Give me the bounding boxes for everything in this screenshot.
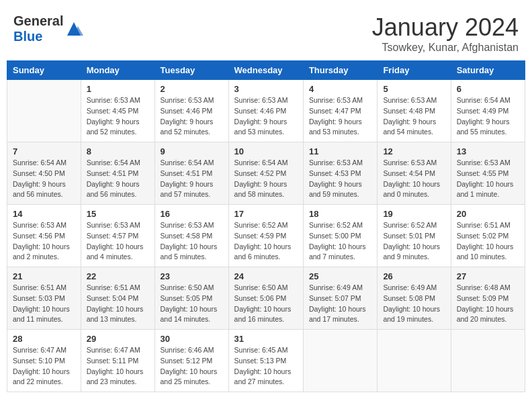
weekday-header-sunday: Sunday xyxy=(7,61,81,80)
calendar-cell: 25Sunrise: 6:49 AM Sunset: 5:07 PM Dayli… xyxy=(303,267,377,330)
day-number: 20 xyxy=(457,209,519,219)
day-info: Sunrise: 6:49 AM Sunset: 5:08 PM Dayligh… xyxy=(383,283,445,325)
day-info: Sunrise: 6:51 AM Sunset: 5:04 PM Dayligh… xyxy=(87,283,149,325)
calendar-cell: 21Sunrise: 6:51 AM Sunset: 5:03 PM Dayli… xyxy=(7,267,81,330)
day-number: 24 xyxy=(234,271,298,281)
logo-text: General Blue xyxy=(13,13,63,44)
day-number: 28 xyxy=(13,334,75,344)
day-number: 23 xyxy=(161,271,223,281)
calendar-cell: 19Sunrise: 6:52 AM Sunset: 5:01 PM Dayli… xyxy=(378,205,451,267)
calendar-cell: 14Sunrise: 6:53 AM Sunset: 4:56 PM Dayli… xyxy=(7,205,81,267)
calendar-cell: 20Sunrise: 6:51 AM Sunset: 5:02 PM Dayli… xyxy=(451,205,525,267)
calendar-cell: 9Sunrise: 6:54 AM Sunset: 4:51 PM Daylig… xyxy=(154,142,228,205)
page-header: General Blue January 2024 Tsowkey, Kunar… xyxy=(7,7,525,57)
day-number: 5 xyxy=(383,84,445,94)
day-number: 11 xyxy=(309,146,371,156)
calendar-cell: 11Sunrise: 6:53 AM Sunset: 4:53 PM Dayli… xyxy=(303,142,377,205)
weekday-header-monday: Monday xyxy=(81,61,154,80)
day-number: 13 xyxy=(457,146,519,156)
day-number: 8 xyxy=(87,146,149,156)
day-number: 2 xyxy=(161,84,223,94)
day-info: Sunrise: 6:50 AM Sunset: 5:05 PM Dayligh… xyxy=(161,283,223,325)
day-number: 22 xyxy=(87,271,149,281)
weekday-header-thursday: Thursday xyxy=(303,61,377,80)
calendar-cell: 5Sunrise: 6:53 AM Sunset: 4:48 PM Daylig… xyxy=(378,80,451,142)
calendar-cell: 12Sunrise: 6:53 AM Sunset: 4:54 PM Dayli… xyxy=(378,142,451,205)
day-number: 30 xyxy=(161,334,223,344)
weekday-header-wednesday: Wednesday xyxy=(228,61,303,80)
weekday-header-tuesday: Tuesday xyxy=(154,61,228,80)
day-number: 4 xyxy=(309,84,371,94)
calendar-body: 1Sunrise: 6:53 AM Sunset: 4:45 PM Daylig… xyxy=(7,80,525,392)
title-block: January 2024 Tsowkey, Kunar, Afghanistan xyxy=(372,13,519,54)
day-number: 18 xyxy=(309,209,371,219)
day-number: 10 xyxy=(234,146,298,156)
day-number: 31 xyxy=(234,334,298,344)
day-info: Sunrise: 6:47 AM Sunset: 5:10 PM Dayligh… xyxy=(13,345,75,387)
calendar-week-5: 28Sunrise: 6:47 AM Sunset: 5:10 PM Dayli… xyxy=(7,330,525,392)
logo-icon xyxy=(64,19,83,38)
calendar-cell: 27Sunrise: 6:48 AM Sunset: 5:09 PM Dayli… xyxy=(451,267,525,330)
location-title: Tsowkey, Kunar, Afghanistan xyxy=(372,42,519,54)
weekday-header-row: SundayMondayTuesdayWednesdayThursdayFrid… xyxy=(7,61,525,80)
calendar-table: SundayMondayTuesdayWednesdayThursdayFrid… xyxy=(7,60,525,392)
day-info: Sunrise: 6:52 AM Sunset: 5:01 PM Dayligh… xyxy=(383,220,445,263)
calendar-cell xyxy=(7,80,81,142)
day-info: Sunrise: 6:47 AM Sunset: 5:11 PM Dayligh… xyxy=(87,345,149,387)
calendar-cell: 7Sunrise: 6:54 AM Sunset: 4:50 PM Daylig… xyxy=(7,142,81,205)
logo-blue: Blue xyxy=(13,29,42,44)
day-info: Sunrise: 6:53 AM Sunset: 4:48 PM Dayligh… xyxy=(383,95,445,138)
day-info: Sunrise: 6:53 AM Sunset: 4:58 PM Dayligh… xyxy=(161,220,223,263)
calendar-cell: 4Sunrise: 6:53 AM Sunset: 4:47 PM Daylig… xyxy=(303,80,377,142)
day-number: 12 xyxy=(383,146,445,156)
calendar-cell: 22Sunrise: 6:51 AM Sunset: 5:04 PM Dayli… xyxy=(81,267,154,330)
calendar-week-1: 1Sunrise: 6:53 AM Sunset: 4:45 PM Daylig… xyxy=(7,80,525,142)
calendar-cell: 18Sunrise: 6:52 AM Sunset: 5:00 PM Dayli… xyxy=(303,205,377,267)
calendar-cell: 17Sunrise: 6:52 AM Sunset: 4:59 PM Dayli… xyxy=(228,205,303,267)
day-info: Sunrise: 6:52 AM Sunset: 5:00 PM Dayligh… xyxy=(309,220,371,263)
calendar-cell: 10Sunrise: 6:54 AM Sunset: 4:52 PM Dayli… xyxy=(228,142,303,205)
day-info: Sunrise: 6:51 AM Sunset: 5:03 PM Dayligh… xyxy=(13,283,75,325)
day-number: 14 xyxy=(13,209,75,219)
day-info: Sunrise: 6:53 AM Sunset: 4:57 PM Dayligh… xyxy=(87,220,149,263)
calendar-cell: 28Sunrise: 6:47 AM Sunset: 5:10 PM Dayli… xyxy=(7,330,81,392)
day-number: 15 xyxy=(87,209,149,219)
calendar-cell: 31Sunrise: 6:45 AM Sunset: 5:13 PM Dayli… xyxy=(228,330,303,392)
day-number: 29 xyxy=(87,334,149,344)
calendar-week-2: 7Sunrise: 6:54 AM Sunset: 4:50 PM Daylig… xyxy=(7,142,525,205)
calendar-cell: 29Sunrise: 6:47 AM Sunset: 5:11 PM Dayli… xyxy=(81,330,154,392)
weekday-header-saturday: Saturday xyxy=(451,61,525,80)
calendar-cell: 8Sunrise: 6:54 AM Sunset: 4:51 PM Daylig… xyxy=(81,142,154,205)
calendar-cell: 15Sunrise: 6:53 AM Sunset: 4:57 PM Dayli… xyxy=(81,205,154,267)
day-info: Sunrise: 6:53 AM Sunset: 4:47 PM Dayligh… xyxy=(309,95,371,138)
day-number: 3 xyxy=(234,84,298,94)
calendar-cell: 2Sunrise: 6:53 AM Sunset: 4:46 PM Daylig… xyxy=(154,80,228,142)
day-number: 21 xyxy=(13,271,75,281)
day-info: Sunrise: 6:54 AM Sunset: 4:51 PM Dayligh… xyxy=(161,158,223,200)
day-number: 1 xyxy=(87,84,149,94)
day-number: 6 xyxy=(457,84,519,94)
day-info: Sunrise: 6:51 AM Sunset: 5:02 PM Dayligh… xyxy=(457,220,519,263)
day-info: Sunrise: 6:53 AM Sunset: 4:45 PM Dayligh… xyxy=(87,95,149,138)
day-info: Sunrise: 6:54 AM Sunset: 4:51 PM Dayligh… xyxy=(87,158,149,200)
day-number: 7 xyxy=(13,146,75,156)
day-info: Sunrise: 6:53 AM Sunset: 4:46 PM Dayligh… xyxy=(161,95,223,138)
calendar-cell: 24Sunrise: 6:50 AM Sunset: 5:06 PM Dayli… xyxy=(228,267,303,330)
day-number: 16 xyxy=(161,209,223,219)
calendar-cell: 13Sunrise: 6:53 AM Sunset: 4:55 PM Dayli… xyxy=(451,142,525,205)
calendar-cell xyxy=(451,330,525,392)
calendar-cell: 6Sunrise: 6:54 AM Sunset: 4:49 PM Daylig… xyxy=(451,80,525,142)
logo-general: General xyxy=(13,13,63,28)
day-info: Sunrise: 6:54 AM Sunset: 4:52 PM Dayligh… xyxy=(234,158,298,200)
calendar-cell: 23Sunrise: 6:50 AM Sunset: 5:05 PM Dayli… xyxy=(154,267,228,330)
logo: General Blue xyxy=(13,13,83,44)
day-info: Sunrise: 6:52 AM Sunset: 4:59 PM Dayligh… xyxy=(234,220,298,263)
calendar-cell: 26Sunrise: 6:49 AM Sunset: 5:08 PM Dayli… xyxy=(378,267,451,330)
day-info: Sunrise: 6:48 AM Sunset: 5:09 PM Dayligh… xyxy=(457,283,519,325)
weekday-header-friday: Friday xyxy=(378,61,451,80)
calendar-cell: 3Sunrise: 6:53 AM Sunset: 4:46 PM Daylig… xyxy=(228,80,303,142)
day-info: Sunrise: 6:53 AM Sunset: 4:54 PM Dayligh… xyxy=(383,158,445,200)
month-title: January 2024 xyxy=(372,13,519,42)
day-number: 9 xyxy=(161,146,223,156)
day-number: 17 xyxy=(234,209,298,219)
